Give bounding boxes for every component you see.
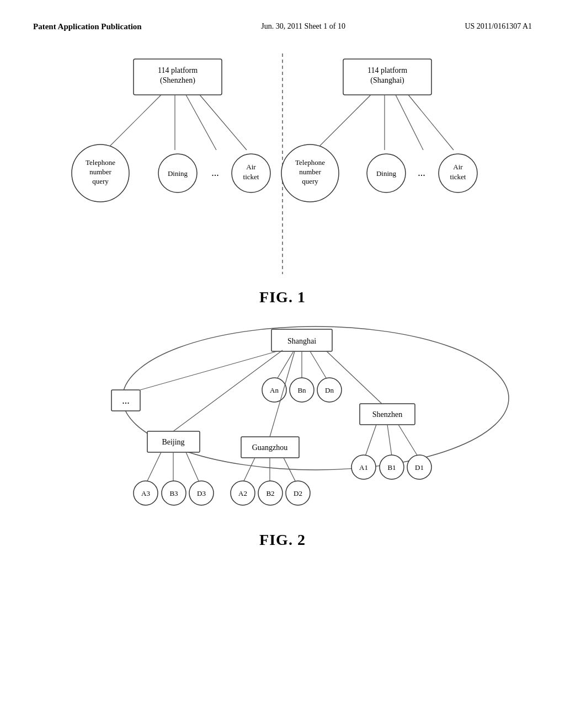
fig2-label: FIG. 2 xyxy=(33,531,532,549)
header-right: US 2011/0161307 A1 xyxy=(465,22,532,31)
svg-text:number: number xyxy=(89,168,111,176)
svg-text:Shenzhen: Shenzhen xyxy=(372,410,402,419)
page: Patent Application Publication Jun. 30, … xyxy=(0,0,565,728)
svg-text:Air: Air xyxy=(246,163,256,171)
svg-text:B1: B1 xyxy=(387,463,396,472)
svg-text:Dn: Dn xyxy=(325,386,334,394)
header-left: Patent Application Publication xyxy=(33,22,142,31)
svg-text:Bn: Bn xyxy=(297,386,306,394)
fig1-label: FIG. 1 xyxy=(33,288,532,306)
svg-text:query: query xyxy=(92,177,109,185)
svg-text:An: An xyxy=(270,386,279,394)
svg-text:Guangzhou: Guangzhou xyxy=(252,443,288,452)
svg-text:Beijing: Beijing xyxy=(162,438,184,446)
svg-text:number: number xyxy=(299,168,321,176)
svg-text:...: ... xyxy=(122,395,130,406)
svg-text:A2: A2 xyxy=(238,489,247,497)
svg-text:A3: A3 xyxy=(141,489,150,497)
svg-line-6 xyxy=(186,95,216,150)
svg-text:ticket: ticket xyxy=(243,173,259,181)
svg-text:114 platform: 114 platform xyxy=(158,66,198,74)
svg-text:(Shanghai): (Shanghai) xyxy=(370,76,404,85)
fig1-diagram: 114 platform (Shenzhen) Telephone number… xyxy=(33,42,532,307)
svg-line-62 xyxy=(186,452,199,481)
svg-text:Telephone: Telephone xyxy=(86,158,115,167)
svg-text:Dining: Dining xyxy=(376,169,397,178)
svg-text:ticket: ticket xyxy=(450,173,466,181)
fig2-diagram: Shanghai An Bn Dn Shenzhen A1 xyxy=(33,318,532,550)
svg-text:query: query xyxy=(302,177,318,185)
svg-line-24 xyxy=(408,95,454,150)
svg-text:B2: B2 xyxy=(266,489,274,497)
svg-line-21 xyxy=(316,95,371,150)
svg-text:D1: D1 xyxy=(415,463,424,472)
svg-text:D3: D3 xyxy=(197,489,206,497)
svg-text:D2: D2 xyxy=(294,489,302,497)
svg-text:...: ... xyxy=(418,167,425,178)
svg-line-4 xyxy=(106,95,161,150)
svg-line-60 xyxy=(147,452,161,481)
svg-text:(Shenzhen): (Shenzhen) xyxy=(160,76,195,85)
header: Patent Application Publication Jun. 30, … xyxy=(33,22,532,31)
svg-text:Air: Air xyxy=(453,163,463,171)
svg-line-7 xyxy=(200,95,247,150)
svg-text:Shanghai: Shanghai xyxy=(287,337,316,345)
svg-line-23 xyxy=(396,95,423,150)
svg-text:Telephone: Telephone xyxy=(295,158,325,167)
svg-text:Dining: Dining xyxy=(168,169,188,178)
svg-text:...: ... xyxy=(211,167,219,178)
svg-text:A1: A1 xyxy=(359,463,368,472)
svg-text:114 platform: 114 platform xyxy=(367,66,407,74)
svg-text:B3: B3 xyxy=(169,489,178,497)
header-center: Jun. 30, 2011 Sheet 1 of 10 xyxy=(261,22,345,31)
